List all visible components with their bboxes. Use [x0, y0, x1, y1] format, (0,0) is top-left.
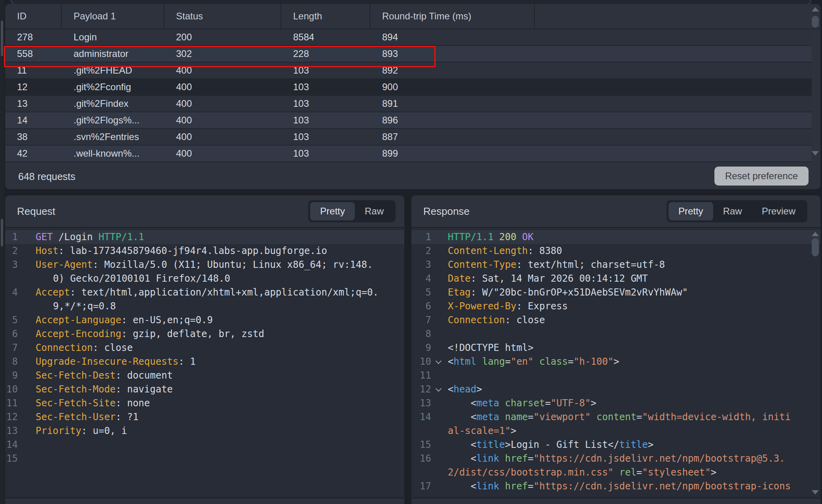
table-scrollbar[interactable] [812, 6, 819, 161]
scroll-down-icon[interactable] [812, 151, 819, 155]
line-number: 1 [5, 230, 18, 244]
code-line[interactable]: 11Sec-Fetch-Site: none [5, 396, 404, 410]
tab-preview[interactable]: Preview [752, 202, 805, 220]
fold-chevron-icon[interactable] [431, 383, 448, 396]
code-line[interactable]: al-scale=1"> [411, 424, 820, 438]
table-row[interactable]: 11.git%2FHEAD400103892 [5, 63, 812, 79]
code-line[interactable]: 6Accept-Encoding: gzip, deflate, br, zst… [5, 327, 404, 341]
table-scrollbar-thumb[interactable] [812, 16, 819, 28]
code-line[interactable]: 8Upgrade-Insecure-Requests: 1 [5, 355, 404, 369]
code-text: 0) Gecko/20100101 Firefox/148.0 [36, 272, 230, 286]
response-code-editor[interactable]: 1HTTP/1.1 200 OK2Content-Length: 83803Co… [411, 227, 820, 498]
tab-raw[interactable]: Raw [355, 202, 394, 220]
code-line[interactable]: 15 [5, 452, 404, 466]
code-line[interactable]: 3User-Agent: Mozilla/5.0 (X11; Ubuntu; L… [5, 258, 404, 272]
cell-id: 14 [5, 115, 62, 126]
fold-chevron-icon[interactable] [431, 355, 448, 369]
line-number: 14 [5, 438, 18, 452]
tab-raw[interactable]: Raw [713, 202, 752, 220]
code-line[interactable]: 9Sec-Fetch-Dest: document [5, 369, 404, 383]
code-line[interactable]: 14 <meta name="viewport" content="width=… [411, 410, 820, 424]
column-header-length[interactable]: Length [281, 4, 370, 28]
scroll-up-icon[interactable] [812, 7, 819, 11]
line-number: 15 [411, 438, 431, 452]
code-line[interactable]: 7Connection: close [411, 313, 820, 327]
code-line[interactable]: 15 <title>Login - Gift List</title> [411, 438, 820, 452]
code-line[interactable]: 6X-Powered-By: Express [411, 299, 820, 313]
table-row[interactable]: 558administrator302228893 [5, 46, 812, 63]
fold-gutter [431, 230, 448, 244]
line-number: 15 [5, 452, 18, 466]
cell-payload: Login [62, 32, 164, 43]
code-line[interactable]: 1GET /Login HTTP/1.1 [5, 230, 404, 244]
line-number: 14 [411, 410, 431, 424]
code-line[interactable]: 11 [411, 369, 820, 383]
code-line[interactable]: 5Etag: W/"20bc-bnGrOP+x51DAebSEVm2vRvYhW… [411, 286, 820, 299]
code-line[interactable]: 9,*/*;q=0.8 [5, 299, 404, 313]
cell-status: 400 [164, 115, 281, 126]
code-line[interactable]: 0) Gecko/20100101 Firefox/148.0 [5, 272, 404, 286]
code-line[interactable]: 7Connection: close [5, 341, 404, 355]
code-line[interactable]: 12<head> [411, 383, 820, 396]
table-row[interactable]: 13.git%2Findex400103891 [5, 96, 812, 112]
code-line[interactable]: 13Priority: u=0, i [5, 424, 404, 438]
line-number: 2 [411, 244, 431, 258]
fold-gutter [18, 272, 36, 286]
line-number: 16 [411, 452, 431, 466]
code-line[interactable]: 13 <meta charset="UTF-8"> [411, 396, 820, 410]
column-header-id[interactable]: ID [5, 4, 62, 28]
table-row[interactable]: 38.svn%2Fentries400103887 [5, 129, 812, 146]
table-row[interactable]: 278Login2008584894 [5, 29, 812, 46]
code-line[interactable]: 14 [5, 438, 404, 452]
table-row[interactable]: 42.well-known%...400103899 [5, 146, 812, 162]
code-line[interactable]: 2/dist/css/bootstrap.min.css" rel="style… [411, 466, 820, 479]
code-text: al-scale=1"> [448, 424, 516, 438]
fold-gutter [431, 452, 448, 466]
code-line[interactable]: 4Accept: text/html,application/xhtml+xml… [5, 286, 404, 299]
code-line[interactable]: 10<html lang="en" class="h-100"> [411, 355, 820, 369]
code-line[interactable]: 16 <link href="https://cdn.jsdelivr.net/… [411, 452, 820, 466]
cell-length: 103 [281, 115, 370, 126]
code-line[interactable]: 2Content-Length: 8380 [411, 244, 820, 258]
code-line[interactable]: 3Content-Type: text/html; charset=utf-8 [411, 258, 820, 272]
column-header-spacer [535, 4, 820, 28]
table-row[interactable]: 12.git%2Fconfig400103900 [5, 79, 812, 96]
code-text: <head> [448, 383, 482, 396]
code-text: Sec-Fetch-Mode: navigate [36, 383, 173, 396]
code-line[interactable]: 1HTTP/1.1 200 OK [411, 230, 820, 244]
fold-gutter [18, 383, 36, 396]
reset-preference-button[interactable]: Reset preference [714, 167, 809, 186]
table-row[interactable]: 14.git%2Flogs%...400103896 [5, 112, 812, 129]
response-panel: Response PrettyRawPreview 1HTTP/1.1 200 … [411, 195, 820, 504]
scroll-up-icon[interactable] [812, 232, 819, 236]
code-line[interactable]: 10Sec-Fetch-Mode: navigate [5, 383, 404, 396]
cell-rtt: 891 [370, 98, 535, 109]
cell-status: 400 [164, 98, 281, 109]
cell-id: 13 [5, 98, 62, 109]
line-number: 11 [5, 396, 18, 410]
tab-pretty[interactable]: Pretty [669, 202, 713, 220]
left-edge-scrollbar[interactable] [0, 0, 4, 504]
left-scrollbar-thumb[interactable] [1, 21, 3, 56]
request-code-editor[interactable]: 1GET /Login HTTP/1.12Host: lab-177344587… [5, 227, 404, 498]
code-line[interactable]: 17 <link href="https://cdn.jsdelivr.net/… [411, 479, 820, 493]
code-line[interactable]: 9<!DOCTYPE html> [411, 341, 820, 355]
response-scrollbar-thumb[interactable] [812, 238, 819, 256]
code-line[interactable]: 4Date: Sat, 14 Mar 2026 00:14:12 GMT [411, 272, 820, 286]
line-number: 9 [411, 341, 431, 355]
tab-pretty[interactable]: Pretty [310, 202, 355, 220]
line-number: 13 [5, 424, 18, 438]
cell-status: 200 [164, 32, 281, 43]
left-scrollbar-thumb[interactable] [1, 219, 3, 246]
column-header-status[interactable]: Status [164, 4, 281, 28]
code-line[interactable]: 12Sec-Fetch-User: ?1 [5, 410, 404, 424]
column-header-round-trip-time-ms-[interactable]: Round-trip Time (ms) [370, 4, 535, 28]
code-text: <meta name="viewport" content="width=dev… [448, 410, 791, 424]
code-line[interactable]: 5Accept-Language: en-US,en;q=0.9 [5, 313, 404, 327]
column-header-payload-1[interactable]: Payload 1 [62, 4, 164, 28]
response-scrollbar[interactable] [812, 232, 819, 495]
code-line[interactable]: 2Host: lab-1773445879460-jf94r4.labs-app… [5, 244, 404, 258]
code-line[interactable]: 8 [411, 327, 820, 341]
scroll-down-icon[interactable] [812, 490, 819, 495]
cell-status: 400 [164, 148, 281, 159]
